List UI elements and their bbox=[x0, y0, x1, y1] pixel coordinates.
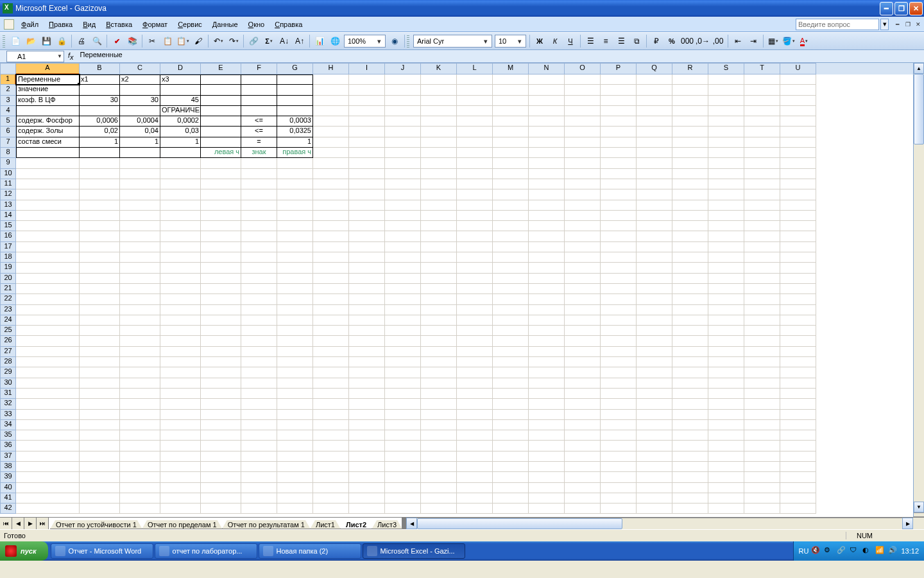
cell-K29[interactable] bbox=[421, 367, 457, 378]
cell-F34[interactable] bbox=[241, 420, 277, 430]
cell-I32[interactable] bbox=[349, 399, 385, 409]
row-header-20[interactable]: 20 bbox=[0, 274, 16, 284]
cell-R36[interactable] bbox=[672, 441, 708, 451]
cell-L20[interactable] bbox=[457, 274, 493, 284]
cell-M6[interactable] bbox=[493, 127, 529, 137]
cell-O32[interactable] bbox=[565, 399, 601, 409]
cell-H22[interactable] bbox=[313, 294, 349, 304]
cell-S10[interactable] bbox=[708, 169, 744, 179]
cell-I13[interactable] bbox=[349, 200, 385, 211]
cell-I5[interactable] bbox=[349, 116, 385, 127]
cell-N40[interactable] bbox=[529, 483, 565, 493]
cell-I2[interactable] bbox=[349, 85, 385, 95]
permissions-button[interactable]: 🔒 bbox=[55, 34, 69, 48]
cell-M17[interactable] bbox=[493, 242, 529, 252]
cell-N14[interactable] bbox=[529, 211, 565, 221]
cell-D6[interactable]: 0,03 bbox=[160, 127, 201, 137]
cell-D13[interactable] bbox=[160, 200, 201, 211]
cell-E37[interactable] bbox=[201, 451, 241, 462]
cell-H20[interactable] bbox=[313, 274, 349, 284]
cell-F22[interactable] bbox=[241, 294, 277, 304]
row-header-9[interactable]: 9 bbox=[0, 158, 16, 168]
cell-R11[interactable] bbox=[672, 179, 708, 189]
cell-U7[interactable] bbox=[780, 137, 816, 148]
cell-I23[interactable] bbox=[349, 305, 385, 315]
cell-T20[interactable] bbox=[744, 274, 780, 284]
cell-A32[interactable] bbox=[16, 399, 80, 409]
cell-K18[interactable] bbox=[421, 252, 457, 263]
comma-button[interactable]: 000 bbox=[680, 34, 694, 48]
cell-G29[interactable] bbox=[277, 367, 313, 378]
cell-N34[interactable] bbox=[529, 420, 565, 430]
cell-T10[interactable] bbox=[744, 169, 780, 179]
cell-C3[interactable]: 30 bbox=[120, 96, 160, 106]
row-header-17[interactable]: 17 bbox=[0, 242, 16, 252]
cell-A10[interactable] bbox=[16, 169, 80, 179]
cell-D36[interactable] bbox=[160, 441, 201, 451]
cell-I18[interactable] bbox=[349, 252, 385, 263]
cell-E15[interactable] bbox=[201, 221, 241, 231]
tab-nav-next[interactable]: ▶ bbox=[24, 518, 37, 529]
cell-H1[interactable] bbox=[313, 74, 349, 85]
cell-R26[interactable] bbox=[672, 336, 708, 346]
cell-Q6[interactable] bbox=[637, 127, 672, 137]
cell-U24[interactable] bbox=[780, 315, 816, 326]
cell-K42[interactable] bbox=[421, 504, 457, 514]
cell-D42[interactable] bbox=[160, 504, 201, 514]
cell-M40[interactable] bbox=[493, 483, 529, 493]
cell-S36[interactable] bbox=[708, 441, 744, 451]
cell-S27[interactable] bbox=[708, 347, 744, 357]
cell-P18[interactable] bbox=[601, 252, 637, 263]
taskbar-button[interactable]: Отчет - Microsoft Word bbox=[51, 543, 153, 559]
font-color-button[interactable]: A▾ bbox=[797, 34, 811, 48]
row-header-14[interactable]: 14 bbox=[0, 211, 16, 221]
cell-H3[interactable] bbox=[313, 96, 349, 106]
cell-K21[interactable] bbox=[421, 284, 457, 294]
cell-T16[interactable] bbox=[744, 231, 780, 241]
cell-S11[interactable] bbox=[708, 179, 744, 189]
scroll-right-button[interactable]: ▶ bbox=[902, 518, 913, 529]
cell-P25[interactable] bbox=[601, 326, 637, 336]
cell-U36[interactable] bbox=[780, 441, 816, 451]
cell-C38[interactable] bbox=[120, 462, 160, 472]
cell-F41[interactable] bbox=[241, 493, 277, 504]
cell-B20[interactable] bbox=[80, 274, 120, 284]
cell-M22[interactable] bbox=[493, 294, 529, 304]
cell-I39[interactable] bbox=[349, 472, 385, 482]
cell-A41[interactable] bbox=[16, 493, 80, 504]
cell-J28[interactable] bbox=[385, 357, 421, 367]
cell-M36[interactable] bbox=[493, 441, 529, 451]
cell-C31[interactable] bbox=[120, 389, 160, 399]
cell-E11[interactable] bbox=[201, 179, 241, 189]
cell-N15[interactable] bbox=[529, 221, 565, 231]
cell-B24[interactable] bbox=[80, 315, 120, 326]
cell-K8[interactable] bbox=[421, 148, 457, 158]
tray-icon[interactable]: ⚙ bbox=[824, 546, 834, 556]
cell-O29[interactable] bbox=[565, 367, 601, 378]
cell-R23[interactable] bbox=[672, 305, 708, 315]
cell-E24[interactable] bbox=[201, 315, 241, 326]
cell-B42[interactable] bbox=[80, 504, 120, 514]
cell-P5[interactable] bbox=[601, 116, 637, 127]
cell-M42[interactable] bbox=[493, 504, 529, 514]
copy-button[interactable]: 📋 bbox=[160, 34, 175, 48]
cell-J39[interactable] bbox=[385, 472, 421, 482]
zoom-combo[interactable]: 100%▾ bbox=[344, 35, 386, 48]
cell-N2[interactable] bbox=[529, 85, 565, 95]
cell-I10[interactable] bbox=[349, 169, 385, 179]
cell-L36[interactable] bbox=[457, 441, 493, 451]
cell-G8[interactable]: правая ч bbox=[277, 148, 313, 158]
cell-N38[interactable] bbox=[529, 462, 565, 472]
cell-K35[interactable] bbox=[421, 430, 457, 441]
tray-icon[interactable]: 🔊 bbox=[888, 546, 898, 556]
menu-файл[interactable]: Файл bbox=[17, 19, 43, 30]
cell-B21[interactable] bbox=[80, 284, 120, 294]
cell-U3[interactable] bbox=[780, 96, 816, 106]
cell-J16[interactable] bbox=[385, 231, 421, 241]
cell-N27[interactable] bbox=[529, 347, 565, 357]
cell-M12[interactable] bbox=[493, 189, 529, 200]
column-header-B[interactable]: B bbox=[80, 63, 120, 74]
cell-C1[interactable]: x2 bbox=[120, 74, 160, 85]
cell-D28[interactable] bbox=[160, 357, 201, 367]
cell-N32[interactable] bbox=[529, 399, 565, 409]
